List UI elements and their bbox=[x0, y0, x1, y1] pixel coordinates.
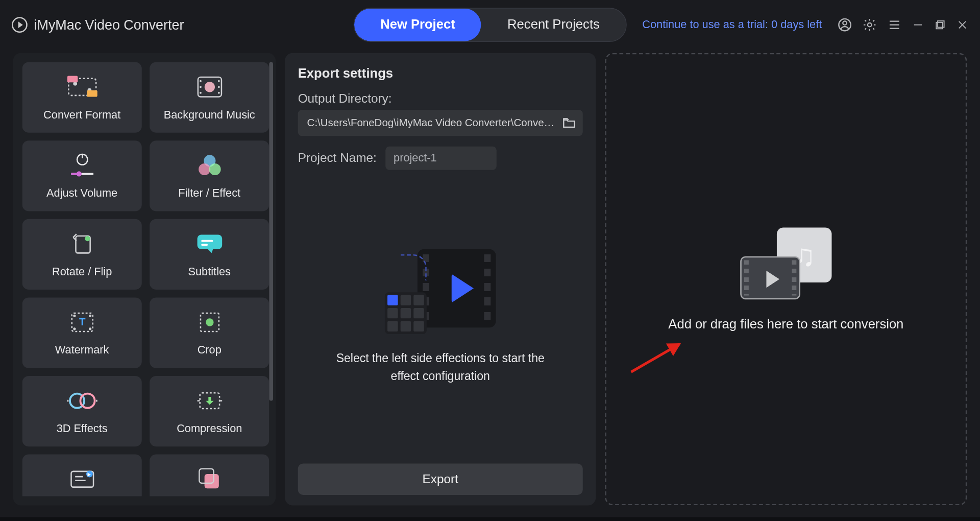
export-placeholder-graphic bbox=[385, 249, 496, 334]
tool-adjust-volume[interactable]: Adjust Volume bbox=[22, 140, 142, 211]
crop-icon bbox=[195, 309, 224, 336]
tool-background-music[interactable]: Background Music bbox=[150, 62, 269, 133]
tool-label: Rotate / Flip bbox=[52, 266, 112, 279]
id3-icon bbox=[67, 465, 97, 493]
svg-point-16 bbox=[217, 92, 219, 94]
tool-label: Background Music bbox=[164, 108, 255, 122]
tool-watermark[interactable]: TWatermark bbox=[22, 297, 142, 368]
svg-point-12 bbox=[199, 86, 201, 88]
tool-label: Filter / Effect bbox=[178, 187, 240, 200]
drop-zone-graphic bbox=[740, 227, 831, 299]
tool-3d-effects[interactable]: 3D Effects bbox=[22, 376, 142, 446]
tool-crop[interactable]: Crop bbox=[150, 297, 269, 368]
tool-label: Watermark bbox=[55, 344, 109, 357]
export-heading: Export settings bbox=[298, 66, 583, 81]
annotation-arrow bbox=[630, 343, 680, 373]
export-hint-text: Select the left side effections to start… bbox=[323, 350, 558, 384]
svg-rect-9 bbox=[87, 90, 97, 97]
svg-rect-48 bbox=[204, 474, 218, 488]
tool-compression[interactable]: Compression bbox=[150, 376, 269, 446]
svg-point-31 bbox=[88, 315, 91, 317]
video-clip-icon bbox=[740, 256, 800, 299]
background-music-icon bbox=[194, 73, 225, 101]
settings-icon[interactable] bbox=[863, 17, 877, 32]
tool-label: Adjust Volume bbox=[46, 187, 117, 200]
svg-point-23 bbox=[209, 163, 220, 175]
title-bar: iMyMac Video Converter New Project Recen… bbox=[0, 0, 980, 49]
drop-zone[interactable]: Add or drag files here to start conversi… bbox=[605, 53, 967, 506]
tool-rotate-flip[interactable]: Rotate / Flip bbox=[22, 219, 142, 290]
svg-point-1 bbox=[843, 21, 847, 25]
filter-effect-icon bbox=[195, 152, 224, 179]
hamburger-menu-icon[interactable] bbox=[887, 17, 901, 32]
export-panel: Export settings Output Directory: C:\Use… bbox=[285, 53, 596, 506]
output-directory-label: Output Directory: bbox=[298, 91, 583, 106]
svg-point-25 bbox=[85, 236, 90, 241]
folder-open-icon[interactable] bbox=[562, 116, 576, 130]
svg-point-15 bbox=[217, 86, 219, 88]
project-name-label: Project Name: bbox=[298, 151, 377, 165]
drop-zone-text: Add or drag files here to start conversi… bbox=[668, 316, 903, 331]
tool-filter-effect[interactable]: Filter / Effect bbox=[150, 140, 269, 211]
compression-icon bbox=[194, 387, 225, 415]
svg-point-33 bbox=[88, 327, 91, 330]
svg-point-13 bbox=[199, 92, 201, 94]
tool-label: Subtitles bbox=[188, 266, 231, 279]
3d-effects-icon bbox=[66, 387, 99, 415]
tool-label: Compression bbox=[177, 422, 242, 436]
export-button[interactable]: Export bbox=[298, 464, 583, 495]
svg-point-38 bbox=[80, 394, 94, 408]
app-title: iMyMac Video Converter bbox=[34, 17, 184, 33]
svg-point-14 bbox=[217, 80, 219, 82]
tools-panel: Convert FormatBackground MusicAdjust Vol… bbox=[13, 53, 276, 506]
svg-point-2 bbox=[868, 22, 872, 27]
window-minimize-icon[interactable] bbox=[912, 18, 924, 30]
svg-rect-3 bbox=[938, 20, 944, 27]
svg-point-11 bbox=[199, 80, 201, 82]
svg-point-32 bbox=[73, 327, 76, 330]
adjust-volume-icon bbox=[67, 152, 97, 179]
app-logo: iMyMac Video Converter bbox=[12, 17, 184, 33]
play-circle-icon bbox=[12, 17, 28, 33]
output-directory-field[interactable]: C:\Users\FoneDog\iMyMac Video Converter\… bbox=[298, 110, 583, 136]
screenshot-icon bbox=[195, 465, 224, 493]
svg-point-17 bbox=[204, 82, 214, 92]
trial-status-link[interactable]: Continue to use as a trial: 0 days left bbox=[642, 18, 822, 31]
tools-scrollbar[interactable] bbox=[269, 62, 273, 496]
svg-rect-8 bbox=[67, 76, 77, 82]
svg-point-36 bbox=[206, 318, 213, 326]
project-name-input[interactable] bbox=[386, 147, 497, 170]
tool-label: Convert Format bbox=[43, 108, 120, 122]
output-directory-value: C:\Users\FoneDog\iMyMac Video Converter\… bbox=[307, 117, 555, 129]
svg-point-22 bbox=[198, 163, 210, 175]
tool-label: Crop bbox=[198, 344, 222, 357]
tab-new-project[interactable]: New Project bbox=[354, 8, 481, 41]
svg-text:T: T bbox=[79, 316, 85, 327]
tool-label: 3D Effects bbox=[57, 422, 108, 436]
tool-id3[interactable]: ID3 bbox=[22, 455, 142, 496]
svg-rect-28 bbox=[201, 244, 208, 246]
svg-rect-4 bbox=[936, 22, 942, 28]
watermark-icon: T bbox=[67, 309, 96, 336]
tool-screenshot[interactable]: Screenshot bbox=[150, 455, 269, 496]
svg-point-30 bbox=[73, 315, 76, 317]
convert-format-icon bbox=[66, 73, 99, 101]
top-tabs: New Project Recent Projects bbox=[354, 8, 627, 42]
tool-convert-format[interactable]: Convert Format bbox=[22, 62, 142, 133]
svg-rect-27 bbox=[201, 240, 213, 242]
tab-recent-projects[interactable]: Recent Projects bbox=[481, 8, 626, 41]
tool-subtitles[interactable]: Subtitles bbox=[150, 219, 269, 290]
svg-point-20 bbox=[76, 171, 81, 176]
window-close-icon[interactable] bbox=[957, 18, 968, 30]
rotate-flip-icon bbox=[67, 230, 96, 258]
account-icon[interactable] bbox=[838, 17, 852, 32]
window-maximize-icon[interactable] bbox=[934, 18, 946, 30]
subtitles-icon bbox=[194, 230, 225, 258]
